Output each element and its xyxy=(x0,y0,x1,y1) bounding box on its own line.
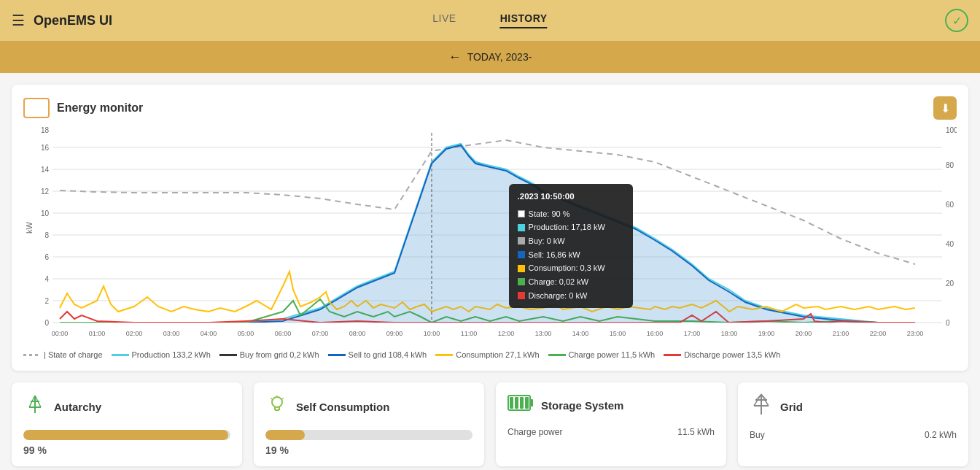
storage-charge-label: Charge power xyxy=(508,427,562,437)
legend-line-production xyxy=(112,354,129,356)
svg-text:06:00: 06:00 xyxy=(275,330,292,337)
grid-card: Grid Buy 0.2 kWh xyxy=(738,382,968,466)
svg-rect-70 xyxy=(515,397,518,409)
chart-legend: | State of charge Production 133,2 kWh B… xyxy=(23,350,957,359)
legend-item-consumption: Consumption 27,1 kWh xyxy=(435,350,539,359)
svg-text:17:00: 17:00 xyxy=(684,330,701,337)
svg-text:08:00: 08:00 xyxy=(349,330,366,337)
autarchy-title: Autarchy xyxy=(54,401,101,413)
grid-buy-row: Buy 0.2 kWh xyxy=(750,430,957,440)
svg-text:20: 20 xyxy=(946,280,954,288)
autarchy-percent: 99 % xyxy=(23,444,230,456)
storage-system-card: Storage System Charge power 11.5 kWh xyxy=(496,382,726,466)
battery-full-icon xyxy=(508,393,534,413)
svg-text:0: 0 xyxy=(946,319,950,327)
self-consumption-card: Self Consumption 19 % xyxy=(254,382,484,466)
menu-icon[interactable]: ☰ xyxy=(12,12,25,29)
monitor-icon xyxy=(23,98,50,118)
svg-text:10: 10 xyxy=(41,209,50,217)
card-header: Energy monitor ⬇ xyxy=(23,96,957,120)
bulb-icon xyxy=(265,393,289,421)
svg-text:19:00: 19:00 xyxy=(758,330,775,337)
header-right: ✓ xyxy=(945,9,968,32)
svg-text:10:00: 10:00 xyxy=(424,330,440,337)
legend-label-consumption: Consumption 27,1 kWh xyxy=(456,350,539,359)
bottom-cards: Autarchy 99 % xyxy=(12,382,968,466)
legend-line-sell xyxy=(328,354,346,356)
svg-rect-72 xyxy=(525,397,529,409)
svg-text:40: 40 xyxy=(946,240,954,248)
svg-text:22:00: 22:00 xyxy=(870,330,887,337)
autarchy-header: Autarchy xyxy=(23,393,230,421)
svg-text:18: 18 xyxy=(41,126,50,134)
autarchy-progress-fill xyxy=(23,430,228,440)
svg-text:00:00: 00:00 xyxy=(52,330,69,337)
legend-line-buy xyxy=(219,354,237,356)
download-button[interactable]: ⬇ xyxy=(933,96,957,120)
svg-text:80: 80 xyxy=(946,161,954,169)
legend-line-soc xyxy=(23,354,41,356)
svg-text:14:00: 14:00 xyxy=(572,330,589,337)
self-consumption-header: Self Consumption xyxy=(265,393,472,421)
legend-line-consumption xyxy=(435,354,453,356)
legend-line-discharge xyxy=(664,354,681,356)
battery-icon xyxy=(508,393,534,418)
svg-line-65 xyxy=(271,398,273,400)
svg-text:kW: kW xyxy=(25,221,34,234)
svg-text:12: 12 xyxy=(41,188,50,196)
svg-text:02:00: 02:00 xyxy=(126,330,143,337)
date-bar: ← TODAY, 2023- xyxy=(0,41,980,73)
svg-text:01:00: 01:00 xyxy=(89,330,106,337)
download-icon: ⬇ xyxy=(941,101,950,115)
svg-text:11:00: 11:00 xyxy=(461,330,478,337)
grid-header: Grid xyxy=(750,393,957,421)
svg-rect-69 xyxy=(510,397,513,409)
main-nav: LIVE HISTORY xyxy=(432,12,547,28)
svg-rect-68 xyxy=(530,399,533,407)
svg-text:20:00: 20:00 xyxy=(796,330,812,337)
svg-text:21:00: 21:00 xyxy=(833,330,849,337)
chart-container: 0 2 4 6 8 10 12 14 16 18 kW 0 20 40 60 8… xyxy=(23,126,957,344)
legend-label-soc: | State of charge xyxy=(44,350,103,359)
legend-label-charge: Charge power 11,5 kWh xyxy=(569,350,656,359)
nav-history[interactable]: HISTORY xyxy=(500,12,548,28)
self-consumption-progress-fill xyxy=(265,430,305,440)
legend-label-production: Production 133,2 kWh xyxy=(132,350,211,359)
chart-svg: 0 2 4 6 8 10 12 14 16 18 kW 0 20 40 60 8… xyxy=(23,126,957,344)
svg-text:16:00: 16:00 xyxy=(647,330,664,337)
svg-text:6: 6 xyxy=(44,253,49,261)
svg-point-60 xyxy=(272,397,282,407)
main-content: Energy monitor ⬇ xyxy=(0,73,980,470)
app-title: OpenEMS UI xyxy=(34,13,112,28)
svg-text:04:00: 04:00 xyxy=(201,330,217,337)
svg-text:12:00: 12:00 xyxy=(498,330,515,337)
svg-rect-71 xyxy=(520,397,524,409)
svg-line-66 xyxy=(282,398,284,400)
self-consumption-progress-bg xyxy=(265,430,472,440)
nav-live[interactable]: LIVE xyxy=(432,12,456,28)
storage-title: Storage System xyxy=(541,399,623,412)
legend-label-buy: Buy from grid 0,2 kWh xyxy=(240,350,319,359)
tower-icon xyxy=(23,393,47,416)
svg-text:16: 16 xyxy=(41,144,50,152)
legend-line-charge xyxy=(548,354,566,356)
lightbulb-icon xyxy=(265,393,289,416)
legend-label-discharge: Discharge power 13,5 kWh xyxy=(684,350,780,359)
storage-header: Storage System xyxy=(508,393,715,418)
legend-item-buy: Buy from grid 0,2 kWh xyxy=(219,350,319,359)
svg-text:15:00: 15:00 xyxy=(610,330,626,337)
autarchy-card: Autarchy 99 % xyxy=(12,382,242,466)
storage-charge-row: Charge power 11.5 kWh xyxy=(508,427,715,437)
svg-text:0: 0 xyxy=(44,319,49,327)
legend-label-sell: Sell to grid 108,4 kWh xyxy=(349,350,427,359)
svg-text:4: 4 xyxy=(44,275,49,283)
svg-text:18:00: 18:00 xyxy=(721,330,738,337)
energy-monitor-card: Energy monitor ⬇ xyxy=(12,85,968,371)
legend-item-discharge: Discharge power 13,5 kWh xyxy=(664,350,780,359)
grid-tower-icon xyxy=(750,393,773,416)
grid-icon xyxy=(750,393,773,421)
grid-buy-label: Buy xyxy=(750,430,765,440)
back-arrow-icon[interactable]: ← xyxy=(448,50,462,65)
card-title-group: Energy monitor xyxy=(23,98,143,118)
header: ☰ OpenEMS UI LIVE HISTORY ✓ xyxy=(0,0,980,41)
